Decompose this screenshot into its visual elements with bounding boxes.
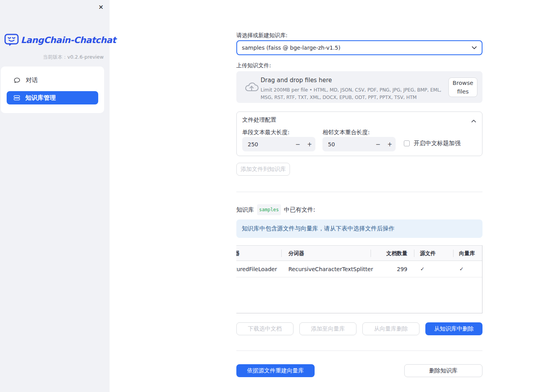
column-source-file[interactable]: 源文件 — [420, 246, 436, 261]
plus-button[interactable]: + — [384, 141, 396, 148]
chunk-size-label: 单段文本最大长度: — [242, 129, 290, 136]
delete-kb-button[interactable]: 删除知识库 — [404, 364, 482, 377]
sidebar-close-button[interactable]: ✕ — [95, 2, 106, 13]
column-separator — [453, 250, 454, 257]
chunk-size-input: − + — [242, 137, 315, 151]
delete-from-vector-store-button[interactable]: 从向量库删除 — [362, 322, 419, 335]
kb-files-table: 文档加载器 分词器 文档数量 源文件 向量库 UnstructuredFileL… — [236, 245, 482, 313]
upload-label: 上传知识文件: — [236, 62, 271, 69]
main-content: 请选择或新建知识库: samples (faiss @ bge-large-zh… — [236, 0, 482, 392]
divider — [236, 351, 482, 351]
kb-select-value: samples (faiss @ bge-large-zh-v1.5) — [242, 45, 340, 51]
column-separator — [281, 250, 282, 257]
brand-logo: LangChain-Chatchat — [4, 34, 116, 46]
cell-vector-check: ✓ — [459, 261, 464, 277]
column-loader[interactable]: 文档加载器 — [236, 246, 281, 261]
sidebar-item-kb-label: 知识库管理 — [25, 94, 56, 102]
kb-name-code: samples — [257, 204, 281, 215]
version-value: v0.2.6-preview — [67, 54, 104, 60]
kb-list-icon — [13, 94, 20, 101]
cell-splitter: RecursiveCharacterTextSplitter — [288, 261, 373, 277]
cell-doc-count: 299 — [397, 261, 407, 277]
brand-name: LangChain-Chatchat — [21, 35, 116, 45]
sidebar-item-chat[interactable]: 对话 — [7, 74, 98, 87]
uploader-title: Drag and drop files here — [261, 77, 448, 84]
column-separator — [414, 250, 414, 257]
zh-title-enhance-checkbox[interactable]: 开启中文标题加强 — [404, 140, 461, 147]
chevron-down-icon — [472, 46, 477, 50]
sidebar: ✕ LangChain-Chatchat 当前版本：v0.2.6-preview — [0, 0, 110, 392]
rebuild-vector-store-button[interactable]: 依据源文件重建向量库 — [236, 364, 315, 377]
plus-button[interactable]: + — [304, 141, 315, 148]
checkbox-icon — [404, 140, 410, 146]
column-separator — [371, 250, 371, 257]
sidebar-item-chat-label: 对话 — [26, 76, 38, 85]
version-text: 当前版本：v0.2.6-preview — [0, 54, 104, 61]
table-row[interactable]: UnstructuredFileLoader RecursiveCharacte… — [236, 261, 482, 277]
divider — [236, 192, 482, 192]
existing-prefix: 知识库 — [236, 205, 254, 214]
app-window: ✕ LangChain-Chatchat 当前版本：v0.2.6-preview — [0, 0, 540, 392]
minus-button[interactable]: − — [372, 141, 384, 148]
column-doc-count[interactable]: 文档数量 — [386, 246, 407, 261]
version-label: 当前版本： — [43, 54, 68, 60]
uploader-limits: Limit 200MB per file • HTML, MD, JSON, C… — [261, 86, 448, 102]
add-to-vector-store-button[interactable]: 添加至向量库 — [299, 322, 356, 335]
delete-from-kb-button[interactable]: 从知识库中删除 — [425, 322, 482, 335]
existing-files-line: 知识库 samples 中已有文件: — [236, 205, 315, 214]
sidebar-item-kb-management[interactable]: 知识库管理 — [7, 91, 98, 104]
chunk-size-value[interactable] — [242, 141, 292, 147]
column-vector-store[interactable]: 向量库 — [459, 246, 475, 261]
cell-loader: UnstructuredFileLoader — [236, 261, 281, 277]
uploader-text: Drag and drop files here Limit 200MB per… — [261, 77, 448, 102]
kb-select[interactable]: samples (faiss @ bge-large-zh-v1.5) — [236, 40, 482, 55]
file-config-expander: 文件处理配置 单段文本最大长度: − + 相邻文本重合长度: − + — [236, 111, 482, 156]
chatchat-logo-icon — [4, 34, 19, 46]
sidebar-menu: 对话 知识库管理 — [1, 67, 104, 113]
cloud-upload-icon — [244, 81, 259, 94]
overlap-size-value[interactable] — [322, 141, 372, 147]
cell-source-check: ✓ — [420, 261, 425, 277]
kb-select-label: 请选择或新建知识库: — [236, 32, 288, 39]
expander-title: 文件处理配置 — [242, 116, 276, 124]
checkbox-label: 开启中文标题加强 — [414, 140, 461, 147]
info-banner: 知识库中包含源文件与向量库，请从下表中选择文件后操作 — [236, 219, 482, 238]
download-selected-button[interactable]: 下载选中文档 — [236, 322, 293, 335]
overlap-size-input: − + — [322, 137, 396, 151]
column-splitter[interactable]: 分词器 — [288, 246, 304, 261]
chevron-up-icon — [471, 117, 476, 124]
expander-header[interactable]: 文件处理配置 — [237, 112, 482, 127]
table-header: 文档加载器 分词器 文档数量 源文件 向量库 — [236, 246, 482, 261]
add-files-button[interactable]: 添加文件到知识库 — [236, 163, 290, 176]
existing-suffix: 中已有文件: — [284, 205, 315, 214]
browse-files-button[interactable]: Browse files — [448, 77, 477, 97]
chat-bubble-icon — [13, 77, 21, 84]
file-uploader-dropzone[interactable]: Drag and drop files here Limit 200MB per… — [236, 71, 482, 103]
overlap-size-label: 相邻文本重合长度: — [322, 129, 370, 136]
minus-button[interactable]: − — [292, 141, 304, 148]
